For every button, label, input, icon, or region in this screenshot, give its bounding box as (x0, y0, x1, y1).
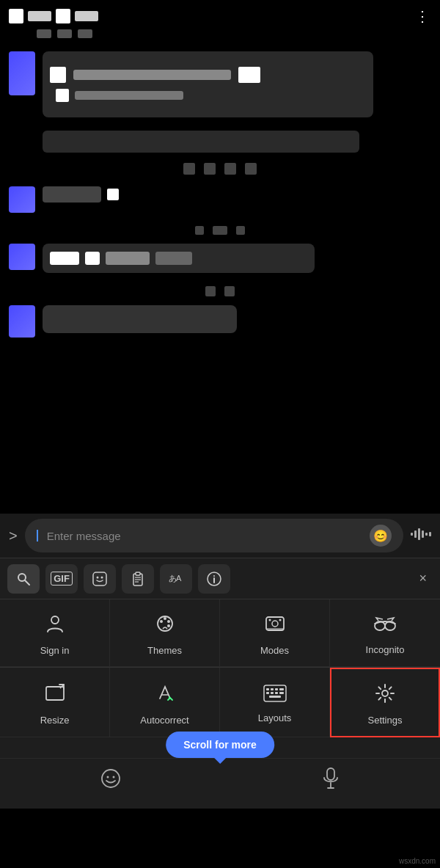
svg-rect-45 (275, 692, 278, 694)
svg-point-9 (97, 576, 99, 578)
modes-icon (264, 613, 286, 638)
menu-item-modes[interactable]: Modes (220, 599, 330, 667)
status-block-1 (9, 9, 23, 23)
watermark: wsxdn.com (399, 857, 436, 865)
svg-rect-52 (327, 768, 334, 780)
sub-block-2 (57, 29, 72, 38)
bottom-row (0, 758, 440, 809)
svg-point-23 (160, 620, 163, 623)
svg-point-28 (272, 621, 278, 627)
svg-point-37 (169, 696, 170, 698)
message-content-4 (43, 305, 431, 333)
incognito-label: Incognito (366, 644, 405, 655)
sub-block-3 (78, 29, 92, 38)
cursor (37, 530, 38, 541)
avatar-4 (9, 305, 35, 338)
svg-point-49 (102, 770, 120, 787)
avatar-3 (9, 244, 35, 270)
status-bar: ⋮ (0, 0, 440, 29)
keyboard-icon (263, 685, 287, 705)
input-bar: > Enter message 😊 (0, 514, 440, 558)
svg-point-20 (213, 575, 215, 577)
chat-message-1 (9, 51, 431, 117)
toolbar-info-button[interactable] (198, 564, 230, 594)
svg-rect-46 (279, 692, 284, 694)
menu-item-resize[interactable]: Resize (0, 668, 110, 737)
status-block-3 (56, 9, 70, 23)
message-content-2 (43, 186, 431, 203)
svg-rect-8 (93, 572, 106, 586)
gear-icon (374, 682, 396, 707)
dots-row-3 (9, 286, 431, 296)
chat-message-3 (9, 244, 431, 273)
status-block-4 (75, 11, 98, 21)
menu-grid-row2-wrapper: Resize Autocorrect (0, 667, 440, 758)
svg-point-48 (382, 690, 388, 696)
svg-rect-12 (136, 572, 140, 575)
chat-area (0, 44, 440, 514)
svg-point-24 (164, 617, 166, 620)
keyboard-toolbar: GIF あ A × (0, 558, 440, 599)
chat-message-2 (9, 186, 431, 213)
voice-button[interactable] (411, 527, 431, 545)
toolbar-translate-button[interactable]: あ A (160, 564, 192, 594)
emoji-button[interactable]: 😊 (370, 525, 392, 547)
menu-item-incognito[interactable]: Incognito (330, 599, 440, 667)
svg-text:A: A (176, 574, 182, 583)
layouts-label: Layouts (258, 712, 292, 723)
toolbar-search-button[interactable] (7, 564, 40, 594)
incognito-icon (373, 613, 397, 637)
redacted-block-4 (43, 305, 237, 333)
svg-rect-39 (266, 688, 269, 690)
redacted-bar-1 (43, 131, 359, 153)
avatar-2 (9, 186, 35, 213)
svg-point-50 (107, 776, 109, 778)
settings-label: Settings (368, 715, 403, 726)
svg-point-25 (167, 620, 170, 623)
menu-item-layouts[interactable]: Layouts (220, 668, 330, 737)
expand-button[interactable]: > (9, 528, 18, 544)
menu-item-autocorrect[interactable]: Autocorrect (110, 668, 220, 737)
svg-rect-27 (266, 617, 284, 630)
svg-rect-1 (414, 530, 417, 538)
svg-rect-34 (46, 687, 64, 700)
message-content-3 (43, 244, 431, 273)
avatar-1 (9, 51, 35, 95)
redacted-block-1 (43, 51, 373, 117)
menu-grid-row1: Sign in Themes (0, 599, 440, 667)
svg-rect-47 (269, 696, 281, 698)
svg-rect-4 (425, 533, 428, 536)
sub-status-row (0, 29, 440, 44)
menu-item-sign-in[interactable]: Sign in (0, 599, 110, 667)
svg-point-10 (101, 576, 103, 578)
svg-rect-0 (411, 533, 413, 536)
toolbar-sticker-button[interactable] (84, 564, 116, 594)
mic-bottom-button[interactable] (322, 767, 340, 794)
svg-rect-43 (266, 692, 269, 694)
svg-rect-42 (279, 688, 284, 690)
autocorrect-icon (154, 682, 176, 707)
more-icon[interactable]: ⋮ (415, 7, 431, 25)
svg-rect-3 (422, 530, 424, 538)
toolbar-gif-button[interactable]: GIF (45, 564, 78, 594)
input-placeholder: Enter message (47, 530, 364, 542)
svg-point-29 (268, 619, 271, 621)
menu-item-settings[interactable]: Settings (330, 668, 440, 737)
chat-message-4 (9, 305, 431, 338)
autocorrect-label: Autocorrect (140, 715, 188, 726)
keyboard-menu: Sign in Themes (0, 599, 440, 758)
palette-icon (154, 613, 176, 638)
message-input-field[interactable]: Enter message 😊 (25, 519, 403, 552)
dots-row-1 (9, 163, 431, 175)
svg-point-51 (113, 776, 115, 778)
toolbar-close-button[interactable]: × (413, 568, 433, 589)
emoji-bottom-button[interactable] (100, 768, 121, 793)
person-icon (44, 613, 66, 638)
modes-label: Modes (260, 645, 289, 656)
toolbar-clipboard-button[interactable] (122, 564, 154, 594)
menu-item-themes[interactable]: Themes (110, 599, 220, 667)
svg-rect-2 (418, 528, 420, 540)
svg-point-26 (167, 624, 170, 627)
scroll-for-more-tooltip: Scroll for more (166, 732, 274, 758)
status-block-2 (28, 11, 51, 21)
